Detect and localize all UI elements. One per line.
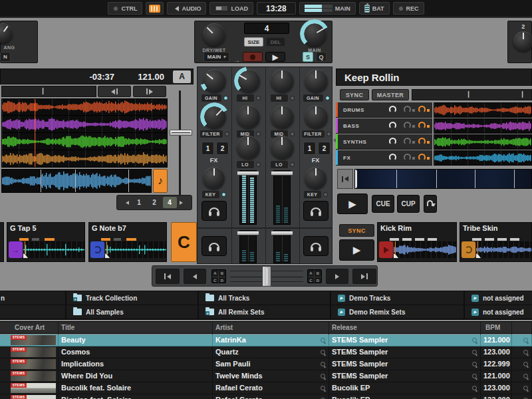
mixer-lo-knob-b[interactable] bbox=[237, 136, 260, 159]
mixer-hi-knob-b[interactable] bbox=[237, 69, 260, 92]
deck-a-overview-waveform[interactable] bbox=[1, 169, 152, 193]
stem-volume-knob-icon[interactable] bbox=[389, 138, 396, 145]
mixer-cue-headphone-button-a-lower[interactable] bbox=[201, 236, 227, 256]
deck-d-sync-button[interactable]: SYNC bbox=[339, 224, 374, 237]
deck-b-stem-wave-drums[interactable] bbox=[434, 102, 532, 118]
deck-b-stem-wave-bass[interactable] bbox=[434, 118, 532, 134]
favorite-slot-7[interactable]: All Remix Sets bbox=[199, 305, 330, 319]
stem-volume-knob-icon[interactable] bbox=[389, 106, 396, 113]
stem-fx-on-square[interactable] bbox=[427, 141, 430, 144]
mixer-filter-knob-d[interactable] bbox=[305, 105, 328, 128]
pager-next-button[interactable] bbox=[178, 197, 185, 208]
fx-left-knob[interactable] bbox=[0, 23, 13, 43]
favorite-slot-9[interactable]: not assigned bbox=[465, 305, 532, 319]
fx-routing-select[interactable]: MAIN bbox=[203, 52, 229, 62]
stem-fx-send-knob-icon[interactable] bbox=[418, 106, 426, 113]
favorite-slot-8[interactable]: Demo Remix Sets bbox=[331, 305, 464, 319]
deck-d-play-button[interactable] bbox=[339, 239, 374, 261]
mixer-filter-knob-a[interactable] bbox=[203, 105, 226, 128]
deck-a-letter-button[interactable]: A bbox=[173, 70, 191, 83]
deck-c-sample-cell-2[interactable]: G Note b7 bbox=[88, 222, 167, 262]
stem-fx-send-knob-icon[interactable] bbox=[418, 122, 426, 129]
deck-b-stem-wave-fx[interactable] bbox=[434, 150, 532, 166]
search-icon[interactable] bbox=[523, 337, 529, 344]
favorite-slot-6[interactable]: All Samples bbox=[66, 305, 198, 319]
deck-a-beatjump-back-button[interactable] bbox=[98, 86, 131, 97]
ctrl-indicator[interactable]: CTRL bbox=[108, 2, 142, 15]
stem-fx-send-knob-icon[interactable] bbox=[418, 138, 426, 145]
search-icon[interactable] bbox=[320, 373, 327, 380]
deck-b-cup-button[interactable]: CUP bbox=[397, 195, 420, 213]
deck-b-play-button[interactable] bbox=[337, 194, 368, 214]
pager-page-1[interactable]: 1 bbox=[132, 197, 146, 208]
mixer-channel-fader-handle-b-lower[interactable] bbox=[237, 231, 259, 235]
search-icon[interactable] bbox=[523, 361, 529, 368]
mixer-cue-headphone-button-d-lower[interactable] bbox=[303, 236, 329, 256]
column-header-bpm[interactable]: BPM bbox=[481, 322, 512, 334]
favorite-slot-0[interactable]: n bbox=[0, 291, 65, 305]
mixer-mid-knob-b[interactable] bbox=[237, 105, 260, 128]
track-row-5[interactable]: STEMSBucolik feat. SolaireRafael CeratoB… bbox=[0, 382, 532, 394]
stem-filter-knob-icon[interactable] bbox=[404, 154, 411, 161]
loop-record-button[interactable] bbox=[243, 52, 263, 62]
search-icon[interactable] bbox=[471, 361, 478, 368]
crossfader-assign-grid-left[interactable]: ABCD bbox=[211, 269, 226, 283]
search-icon[interactable] bbox=[320, 349, 327, 356]
search-icon[interactable] bbox=[320, 337, 327, 344]
sample-icon[interactable] bbox=[90, 241, 104, 258]
fx-right-knob[interactable] bbox=[513, 31, 532, 51]
search-icon[interactable] bbox=[523, 385, 529, 392]
mixer-cue-headphone-button-a[interactable] bbox=[201, 201, 227, 221]
mixer-key-knob-d[interactable] bbox=[305, 167, 327, 189]
deck-b-cue-button[interactable]: CUE bbox=[372, 195, 394, 213]
mixer-channel-fader-handle-c[interactable] bbox=[271, 171, 293, 176]
stem-filter-knob-icon[interactable] bbox=[404, 122, 411, 129]
stem-filter-on-square[interactable] bbox=[412, 157, 415, 160]
mixer-fx2-button-a[interactable]: 2 bbox=[216, 142, 229, 155]
mixer-gain-knob-a[interactable] bbox=[203, 69, 226, 92]
deck-d-sample-cell-2[interactable]: Tribe Skin bbox=[460, 222, 532, 262]
search-icon[interactable] bbox=[523, 373, 529, 380]
deck-a-tempo-fader-handle[interactable] bbox=[170, 130, 192, 136]
deck-c-letter-button[interactable]: C bbox=[171, 222, 197, 262]
track-row-4[interactable]: STEMSWhere Did YouTwelve MindsSTEMS Samp… bbox=[0, 370, 532, 382]
sample-waveform[interactable] bbox=[105, 241, 166, 258]
mixer-hi-knob-c[interactable] bbox=[271, 69, 294, 92]
deck-a-beatjump-fwd-button[interactable] bbox=[133, 86, 166, 97]
search-icon[interactable] bbox=[471, 337, 478, 344]
stem-fx-send-knob-icon[interactable] bbox=[418, 154, 426, 161]
record-indicator[interactable]: REC bbox=[393, 2, 424, 15]
deck-a-keylock-button[interactable] bbox=[153, 169, 168, 193]
deck-b-sync-button[interactable]: SYNC bbox=[340, 89, 369, 100]
crossfader-assign-grid-right[interactable]: ABCD bbox=[307, 269, 322, 283]
track-row-2[interactable]: STEMSCosmosQuartzSTEMS Sampler123.000 bbox=[0, 346, 532, 358]
sample-waveform[interactable] bbox=[23, 241, 84, 258]
stem-filter-on-square[interactable] bbox=[412, 125, 415, 128]
favorite-slot-3[interactable]: Demo Tracks bbox=[331, 291, 464, 305]
stem-volume-knob-icon[interactable] bbox=[389, 154, 396, 161]
main-volume-knob[interactable] bbox=[303, 22, 327, 46]
transport-skip-end-button[interactable] bbox=[352, 269, 376, 284]
mixer-channel-fader-handle-b[interactable] bbox=[237, 171, 259, 176]
search-icon[interactable] bbox=[523, 349, 529, 356]
midi-indicator[interactable] bbox=[146, 2, 164, 15]
fx-left-button[interactable]: N bbox=[0, 52, 11, 62]
deck-b-master-button[interactable]: MASTER bbox=[372, 89, 409, 100]
quantize-button[interactable]: Q bbox=[316, 52, 327, 62]
sample-icon[interactable] bbox=[379, 241, 393, 258]
stem-volume-knob-icon[interactable] bbox=[389, 122, 396, 129]
mixer-fx1-button-d[interactable]: 1 bbox=[303, 142, 316, 155]
mixer-cue-headphone-button-d[interactable] bbox=[303, 201, 329, 221]
stem-fx-on-square[interactable] bbox=[427, 125, 430, 128]
pager-page-4[interactable]: 4 bbox=[163, 197, 177, 208]
sample-waveform[interactable] bbox=[394, 241, 456, 258]
deck-b-flux-button[interactable] bbox=[424, 195, 437, 213]
column-header-release[interactable]: Release bbox=[329, 322, 481, 334]
sample-icon[interactable] bbox=[9, 241, 23, 258]
stem-filter-on-square[interactable] bbox=[412, 141, 415, 144]
audio-indicator[interactable]: AUDIO bbox=[167, 2, 206, 15]
track-row-3[interactable]: STEMSImplicationsSam PauliSTEMS Sampler1… bbox=[0, 358, 532, 370]
favorite-slot-5[interactable] bbox=[0, 305, 65, 319]
deck-a-stem-waveforms[interactable] bbox=[1, 98, 168, 168]
pager-prev-button[interactable] bbox=[124, 197, 131, 208]
